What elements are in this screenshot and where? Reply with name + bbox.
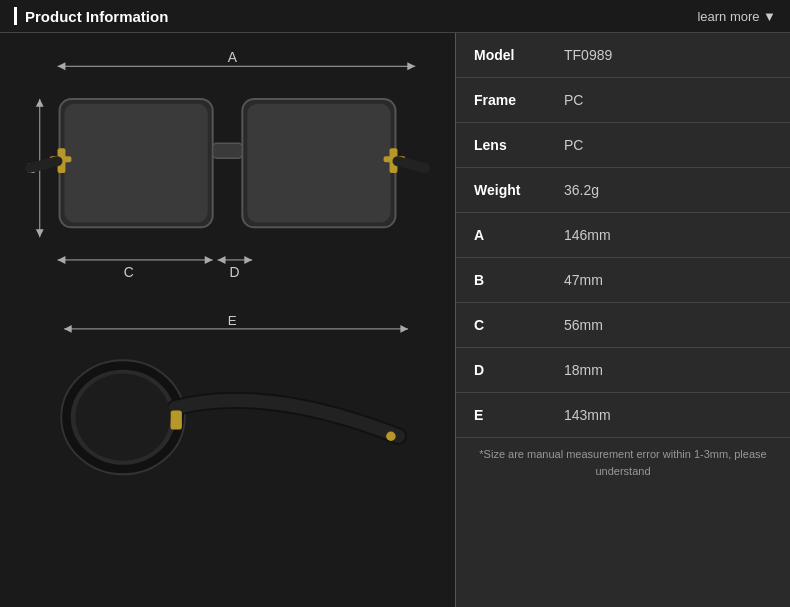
svg-marker-6: [36, 229, 44, 237]
spec-row: Frame PC: [456, 78, 790, 123]
svg-line-18: [397, 161, 425, 168]
spec-value: PC: [546, 78, 790, 123]
svg-rect-9: [64, 104, 207, 223]
spec-label: D: [456, 348, 546, 393]
spec-value: 36.2g: [546, 168, 790, 213]
spec-label: B: [456, 258, 546, 303]
left-panel: A B: [0, 33, 455, 607]
spec-value: 18mm: [546, 348, 790, 393]
spec-value: TF0989: [546, 33, 790, 78]
spec-row: A 146mm: [456, 213, 790, 258]
svg-text:C: C: [124, 264, 134, 280]
header: Product Information learn more ▼: [0, 0, 790, 33]
spec-label: Lens: [456, 123, 546, 168]
specs-table: Model TF0989 Frame PC Lens PC Weight 36.…: [456, 33, 790, 438]
svg-point-34: [386, 432, 396, 442]
side-diagram: E: [20, 308, 435, 498]
spec-row: E 143mm: [456, 393, 790, 438]
learn-more-button[interactable]: learn more ▼: [697, 9, 776, 24]
svg-text:E: E: [228, 313, 237, 328]
svg-marker-21: [205, 256, 213, 264]
spec-row: Model TF0989: [456, 33, 790, 78]
svg-marker-1: [58, 62, 66, 70]
note-text: *Size are manual measurement error withi…: [456, 438, 790, 487]
svg-marker-28: [64, 325, 72, 333]
svg-rect-33: [171, 411, 182, 430]
spec-label: Frame: [456, 78, 546, 123]
svg-marker-5: [36, 99, 44, 107]
svg-text:D: D: [229, 264, 239, 280]
spec-label: E: [456, 393, 546, 438]
spec-value: PC: [546, 123, 790, 168]
spec-value: 146mm: [546, 213, 790, 258]
page-title: Product Information: [14, 7, 168, 25]
spec-row: Lens PC: [456, 123, 790, 168]
spec-value: 143mm: [546, 393, 790, 438]
svg-marker-20: [58, 256, 66, 264]
main-content: A B: [0, 33, 790, 607]
svg-rect-11: [247, 104, 390, 223]
spec-row: C 56mm: [456, 303, 790, 348]
right-panel: Model TF0989 Frame PC Lens PC Weight 36.…: [455, 33, 790, 607]
svg-marker-2: [407, 62, 415, 70]
spec-row: B 47mm: [456, 258, 790, 303]
svg-point-35: [76, 374, 171, 461]
learn-more-label: learn more ▼: [697, 9, 776, 24]
spec-row: D 18mm: [456, 348, 790, 393]
spec-label: Model: [456, 33, 546, 78]
spec-label: C: [456, 303, 546, 348]
spec-label: A: [456, 213, 546, 258]
spec-row: Weight 36.2g: [456, 168, 790, 213]
svg-text:A: A: [228, 49, 238, 65]
svg-line-17: [30, 161, 58, 168]
spec-value: 56mm: [546, 303, 790, 348]
title-text: Product Information: [25, 8, 168, 25]
spec-value: 47mm: [546, 258, 790, 303]
svg-marker-25: [244, 256, 252, 264]
svg-marker-24: [218, 256, 226, 264]
front-diagram: A B: [20, 43, 435, 303]
svg-rect-12: [213, 143, 243, 158]
svg-marker-29: [400, 325, 408, 333]
note-content: *Size are manual measurement error withi…: [479, 448, 766, 477]
spec-label: Weight: [456, 168, 546, 213]
